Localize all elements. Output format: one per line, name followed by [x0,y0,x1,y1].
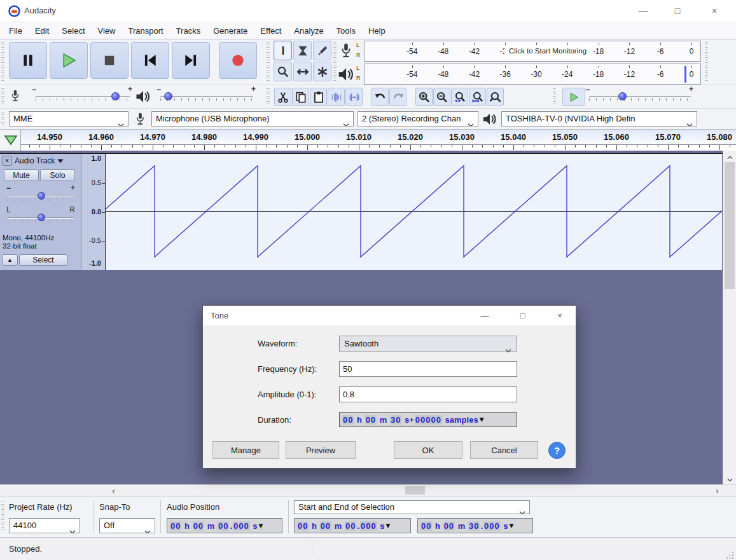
dropdown-arrow-icon[interactable]: ▼ [510,522,514,529]
transport-pause-button[interactable] [9,42,47,79]
playback-meter[interactable]: L R -54-48-42-36-30-24-18-12-60 [335,63,703,85]
snap-to-select[interactable]: Off [99,518,155,533]
slider-thumb[interactable] [38,214,45,221]
playback-meter-scale[interactable]: -54-48-42-36-30-24-18-12-60 [364,64,701,85]
transport-skip-to-end-button[interactable] [172,42,210,79]
time-digit-group[interactable]: 30 [468,521,480,531]
dropdown-arrow-icon[interactable]: ▼ [480,416,484,423]
time-digit-group[interactable]: 00 [420,521,432,531]
frequency-field[interactable] [339,361,517,377]
menu-item-tools[interactable]: Tools [330,22,362,39]
timeline-pin-button[interactable] [0,130,21,151]
menu-item-edit[interactable]: Edit [29,22,55,39]
menu-item-file[interactable]: File [3,22,29,39]
duration-time[interactable]: 00 h 00 m 30 s+00000 samples▼ [339,412,517,427]
time-shift-tool-button[interactable] [293,62,312,81]
transport-play-button[interactable] [50,42,88,79]
vertical-scrollbar[interactable] [723,151,736,484]
zoom-selection-button[interactable] [451,88,468,106]
resize-grip-icon[interactable] [726,550,734,560]
time-digit-group[interactable]: 00 [345,521,356,531]
slider-thumb[interactable] [618,92,627,100]
toolbar-grip[interactable] [267,42,270,83]
close-icon[interactable]: × [550,311,569,320]
redo-button[interactable] [389,88,406,106]
maximize-icon[interactable]: □ [663,0,692,22]
selection-end-time[interactable]: 00 h 00 m 30.000 s▼ [417,518,533,533]
horizontal-scroll-thumb[interactable] [405,486,425,495]
transport-record-button[interactable] [219,42,257,79]
time-digit-group[interactable]: 00000 [415,415,442,425]
toolbar-grip[interactable] [1,42,4,83]
vertical-scroll-thumb[interactable] [725,162,735,289]
cut-button[interactable] [274,88,291,106]
menu-item-transport[interactable]: Transport [122,22,169,39]
time-digit-group[interactable]: 30 [390,415,401,425]
zoom-tool-button[interactable] [274,62,292,81]
draw-tool-button[interactable] [313,41,331,60]
play-speed-slider[interactable]: − + [589,92,691,104]
minimize-icon[interactable]: — [475,311,494,320]
time-digit-group[interactable]: 00 [218,521,229,531]
recording-volume-slider[interactable]: − + [36,92,130,104]
timeline-ruler[interactable]: 14.95014.96014.97014.98014.99015.00015.0… [21,130,736,151]
undo-button[interactable] [371,88,389,106]
multi-tool-button[interactable] [313,62,331,81]
time-digit-group[interactable]: 00 [170,521,181,531]
selection-tool-button[interactable]: I [274,41,292,60]
audio-position-time[interactable]: 00 h 00 m 00.000 s▼ [167,518,282,533]
help-button[interactable]: ? [548,442,566,459]
time-digit-group[interactable]: 00 [297,521,309,531]
track-pan-slider[interactable]: L R [8,214,74,225]
playback-device-select[interactable]: TOSHIBA-TV-0 (NVIDIA High Defin [501,111,697,126]
maximize-icon[interactable]: □ [513,311,532,320]
toolbar-grip[interactable] [267,88,270,106]
audio-host-select[interactable]: MME [9,111,128,126]
menu-item-view[interactable]: View [92,22,122,39]
toolbar-grip[interactable] [1,112,4,126]
solo-button[interactable]: Solo [40,169,75,181]
track-gain-slider[interactable]: − + [8,192,74,203]
vertical-ruler[interactable]: 1.00.50.0-0.5-1.0 [81,154,105,270]
playback-volume-slider[interactable]: − + [160,92,253,104]
cancel-button[interactable]: Cancel [470,441,538,459]
recording-meter[interactable]: L R -54-48-42-36-30-24-18-12-60Click to … [335,40,703,62]
waveform-select[interactable]: Sawtooth [339,336,517,352]
dialog-title-bar[interactable]: Tone — □ × [203,306,576,325]
time-digit-group[interactable]: 000 [483,521,501,531]
menu-item-analyze[interactable]: Analyze [288,22,330,39]
trim-audio-button[interactable] [328,88,345,106]
ok-button[interactable]: OK [394,441,462,459]
recording-channels-select[interactable]: 2 (Stereo) Recording Chan [358,111,478,126]
waveform-view[interactable] [105,154,722,270]
scroll-down-icon[interactable] [727,475,733,483]
time-digit-group[interactable]: 00 [320,521,331,531]
toolbar-grip[interactable] [553,88,556,106]
scroll-left-icon[interactable]: ‹ [112,487,115,495]
track-close-button[interactable]: × [2,156,12,166]
paste-button[interactable] [310,88,327,106]
zoom-toggle-button[interactable] [487,88,504,106]
close-icon[interactable]: × [700,0,729,22]
selection-start-time[interactable]: 00 h 00 m 00.000 s▼ [294,518,411,533]
toolbar-grip[interactable] [705,42,708,83]
transport-skip-to-start-button[interactable] [131,42,169,79]
zoom-project-button[interactable] [469,88,486,106]
manage-button[interactable]: Manage [212,441,279,459]
envelope-tool-button[interactable] [293,41,312,60]
toolbar-grip[interactable] [1,502,4,532]
silence-audio-button[interactable] [345,88,363,106]
scroll-right-icon[interactable]: › [716,487,719,495]
slider-thumb[interactable] [111,92,120,100]
menu-item-help[interactable]: Help [362,22,392,39]
track-title-menu[interactable]: Audio Track [15,156,80,165]
transport-stop-button[interactable] [90,42,128,79]
zoom-in-button[interactable] [415,88,433,106]
slider-thumb[interactable] [38,192,45,200]
minimize-icon[interactable]: — [628,0,658,22]
amplitude-field[interactable] [339,386,517,402]
dropdown-arrow-icon[interactable]: ▼ [386,522,391,529]
dropdown-arrow-icon[interactable]: ▼ [259,522,263,529]
time-digit-group[interactable]: 00 [365,415,377,425]
recording-device-select[interactable]: Microphone (USB Microphone) [151,111,354,126]
